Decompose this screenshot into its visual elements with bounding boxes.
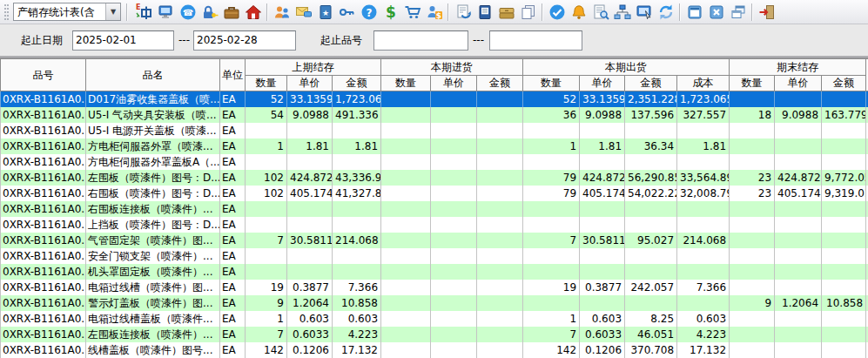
end-amount-cell bbox=[822, 342, 866, 358]
column-subheader[interactable]: 数量 bbox=[246, 76, 287, 91]
column-subheader[interactable]: 金额 bbox=[822, 76, 866, 91]
prev-price-cell: 1.81 bbox=[287, 138, 333, 154]
column-header[interactable]: 品名 bbox=[86, 59, 220, 91]
column-header[interactable]: 品号 bbox=[1, 59, 86, 91]
purchase-amount-cell bbox=[477, 138, 523, 154]
drawer-icon[interactable] bbox=[495, 1, 517, 23]
column-subheader[interactable]: 数量 bbox=[730, 76, 775, 91]
help-icon[interactable]: ? bbox=[358, 1, 380, 23]
cascade-icon[interactable] bbox=[727, 1, 749, 23]
bell-icon[interactable] bbox=[568, 1, 589, 23]
table-row[interactable]: 0XRX-B1161A0...U5-I 电源开关盖板（喷漆...EA bbox=[1, 123, 868, 138]
column-subheader[interactable]: 金额 bbox=[477, 76, 523, 91]
doc-refresh-icon[interactable] bbox=[452, 1, 474, 23]
doc-search-icon[interactable] bbox=[589, 1, 611, 23]
toolbar-icons: E☎★?$$ bbox=[133, 0, 777, 24]
purchase-qty-cell bbox=[381, 248, 431, 264]
item-name-cell: 方电柜伺服器外罩（喷漆... bbox=[86, 138, 220, 154]
column-subheader[interactable]: 单价 bbox=[580, 76, 625, 91]
toolbar-grip[interactable] bbox=[4, 4, 9, 20]
column-group-header[interactable]: 上期结存 bbox=[246, 59, 381, 76]
table-row[interactable]: 0XRX-B1161A0...左围板连接板（喷漆件）...EA70.60334.… bbox=[1, 327, 868, 342]
purchase-amount-cell bbox=[477, 217, 523, 233]
copy-icon[interactable] bbox=[517, 1, 539, 23]
purchase-qty-cell bbox=[381, 342, 431, 358]
table-row[interactable]: 0XRX-B1161A0...方电柜伺服器外罩盖板A（...EA bbox=[1, 154, 868, 170]
purchase-qty-cell bbox=[381, 311, 431, 327]
purchase-price-cell bbox=[431, 138, 477, 154]
prev-amount-cell: 4.223 bbox=[333, 327, 381, 342]
card-star-icon[interactable]: ★ bbox=[314, 1, 336, 23]
unit-cell: EA bbox=[220, 154, 246, 170]
table-row[interactable]: 0XRX-B1161A0...左围板（喷漆件）图号：D...EA102424.8… bbox=[1, 170, 868, 186]
purchase-qty-cell bbox=[381, 138, 431, 154]
lock-key-icon[interactable] bbox=[198, 1, 220, 23]
column-subheader[interactable]: 金额 bbox=[333, 76, 381, 91]
prev-amount-cell bbox=[333, 248, 381, 264]
column-header[interactable]: 单位 bbox=[220, 59, 246, 91]
exit-icon[interactable] bbox=[756, 1, 777, 23]
end-qty-cell bbox=[730, 138, 775, 154]
input-method-icon[interactable]: E bbox=[133, 1, 155, 23]
key-icon[interactable] bbox=[336, 1, 358, 23]
users-icon[interactable] bbox=[271, 1, 293, 23]
table-row[interactable]: 0XRX-B1161A0...气管固定架（喷漆件）图...EA730.58112… bbox=[1, 233, 868, 248]
ship-amount-cell: 370.708 bbox=[625, 342, 677, 358]
end-qty-cell bbox=[730, 154, 775, 170]
column-group-header[interactable]: 本期进货 bbox=[381, 59, 523, 76]
briefcase-icon[interactable] bbox=[220, 1, 242, 23]
column-subheader[interactable]: 金额 bbox=[625, 76, 677, 91]
column-group-header[interactable]: 本期出货 bbox=[523, 59, 730, 76]
purchase-qty-cell bbox=[381, 170, 431, 186]
cart-icon[interactable] bbox=[401, 1, 423, 23]
date-from-input[interactable] bbox=[72, 30, 174, 51]
ship-amount-cell bbox=[625, 217, 677, 233]
table-row[interactable]: 0XRX-B1161A0...U5-I 气动夹具安装板（喷...EA549.09… bbox=[1, 107, 868, 123]
report-type-select[interactable]: 产销存统计表(含 ▼ bbox=[13, 3, 121, 21]
mail-icon[interactable] bbox=[293, 1, 314, 23]
prev-qty-cell bbox=[246, 201, 287, 217]
column-group-header[interactable]: 期末结存 bbox=[730, 59, 866, 76]
refresh-icon[interactable] bbox=[655, 1, 676, 23]
table-row[interactable]: 0XRX-B1161A0...线槽盖板（喷漆件）图号...EA1420.1206… bbox=[1, 342, 868, 358]
column-subheader[interactable]: 单价 bbox=[431, 76, 477, 91]
dollar-icon[interactable]: $ bbox=[380, 1, 401, 23]
ship-cost-cell bbox=[677, 217, 730, 233]
item-to-input[interactable] bbox=[489, 30, 582, 51]
chevron-down-icon[interactable]: ▼ bbox=[105, 3, 120, 20]
date-to-input[interactable] bbox=[193, 30, 296, 51]
table-row[interactable]: 0XRX-B1161A0...安全门锁支架（喷漆件）...EA bbox=[1, 248, 868, 264]
window-icon[interactable] bbox=[683, 1, 705, 23]
svg-text:E: E bbox=[136, 3, 140, 11]
purchase-price-cell bbox=[431, 107, 477, 123]
table-row[interactable]: 0XRX-B1161A0...方电柜伺服器外罩（喷漆...EA11.811.81… bbox=[1, 138, 868, 154]
column-subheader[interactable]: 成本 bbox=[677, 76, 730, 91]
table-row[interactable]: 0XRX-B1161A0...D017油雾收集器盖板（喷...EA5233.13… bbox=[1, 91, 868, 108]
table-row[interactable]: 0XRX-B1161A0...机头罩固定板（喷漆件）...EA bbox=[1, 264, 868, 280]
table-row[interactable]: 0XRX-B1161A0...电箱过线槽（喷漆件）图...EA190.38777… bbox=[1, 280, 868, 295]
purchase-amount-cell bbox=[477, 154, 523, 170]
check-icon[interactable] bbox=[546, 1, 568, 23]
end-qty-cell: 23 bbox=[730, 186, 775, 201]
item-from-input[interactable] bbox=[373, 30, 468, 51]
column-subheader[interactable]: 单价 bbox=[775, 76, 822, 91]
close-icon[interactable] bbox=[705, 1, 727, 23]
column-subheader[interactable]: 数量 bbox=[523, 76, 580, 91]
ship-cost-cell: 7.366 bbox=[677, 280, 730, 295]
table-row[interactable]: 0XRX-B1161A0...上挡板（喷漆件）图号：D...EA bbox=[1, 217, 868, 233]
monitor-pointer-icon[interactable] bbox=[633, 1, 655, 23]
table-row[interactable]: 0XRX-B1161A0...右围板（喷漆件）图号：D...EA102405.1… bbox=[1, 186, 868, 201]
column-subheader[interactable]: 数量 bbox=[381, 76, 431, 91]
column-subheader[interactable]: 单价 bbox=[287, 76, 333, 91]
ship-price-cell: 0.6033 bbox=[580, 327, 625, 342]
table-row[interactable]: 0XRX-B1161A0...右围板连接板（喷漆件）...EA bbox=[1, 201, 868, 217]
home-icon[interactable] bbox=[242, 1, 264, 23]
phone-icon[interactable]: ☎ bbox=[177, 1, 198, 23]
end-amount-cell: 10.858 bbox=[822, 295, 866, 311]
report-icon[interactable] bbox=[474, 1, 495, 23]
table-row[interactable]: 0XRX-B1161A0...电箱过线槽盖板（喷漆件...EA10.6030.6… bbox=[1, 311, 868, 327]
org-chart-icon[interactable] bbox=[611, 1, 633, 23]
computer-icon[interactable] bbox=[155, 1, 177, 23]
user-dollar-icon[interactable]: $ bbox=[423, 1, 445, 23]
table-row[interactable]: 0XRX-B1161A0...警示灯盖板（喷漆件）图...EA91.206410… bbox=[1, 295, 868, 311]
